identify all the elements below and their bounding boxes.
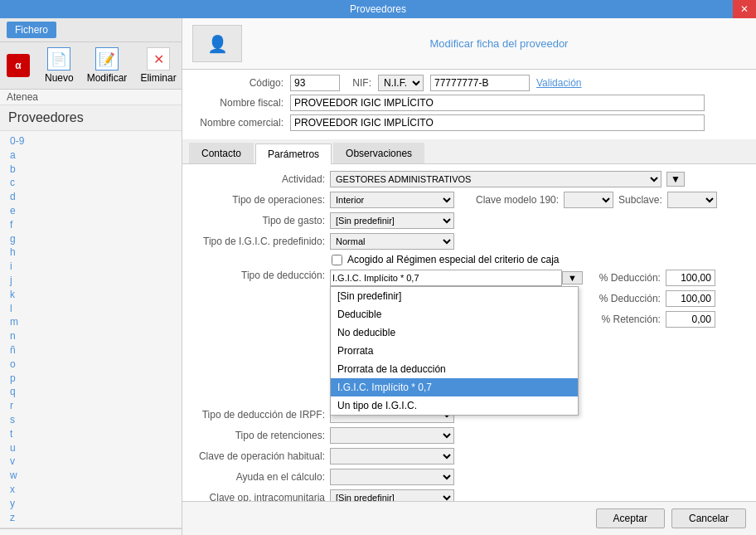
nombre-fiscal-row: Nombre fiscal: — [192, 95, 746, 111]
tipo-retenciones-row: Tipo de retenciones: — [192, 427, 746, 444]
tipo-igic-select[interactable]: Normal — [330, 233, 454, 250]
tipo-operaciones-select[interactable]: Interior — [330, 192, 454, 208]
tab-observaciones[interactable]: Observaciones — [333, 143, 424, 163]
dropdown-item-prorrata[interactable]: Prorrata — [331, 342, 578, 360]
eliminar-button[interactable]: ✕ Eliminar — [135, 46, 181, 85]
percent-deduccion-2-label: % Deducción: — [594, 293, 661, 304]
sidebar-scroll-arrow[interactable]: ◀ — [0, 528, 182, 535]
bottom-bar: Aceptar Cancelar — [182, 501, 756, 535]
tipo-igic-label: Tipo de I.G.I.C. predefinido: — [192, 236, 325, 247]
clave-operacion-label: Clave de operación habitual: — [192, 450, 325, 462]
ayuda-calculo-label: Ayuda en el cálculo: — [192, 471, 325, 483]
tipo-deduccion-container: ▼ [Sin predefinir] Deducible No deducibl… — [330, 270, 583, 286]
atenea-label: Atenea — [7, 91, 38, 103]
tipo-deduccion-irpf-label: Tipo de deducción de IRPF: — [192, 409, 325, 421]
content-area: 👤 Modificar ficha del proveedor Código: … — [182, 18, 756, 535]
tipo-deduccion-label: Tipo de deducción: — [192, 270, 325, 281]
percent-deduccion-2-row: % Deducción: — [594, 290, 715, 307]
nif-input[interactable] — [430, 75, 530, 91]
percent-deduccion-1-row: % Deducción: — [594, 270, 715, 286]
nombre-comercial-input[interactable] — [290, 114, 705, 131]
clave-intracomunitaria-select[interactable]: [Sin predefinir] — [330, 489, 454, 501]
codigo-row: Código: NIF: N.I.F. Validación — [192, 75, 746, 91]
tipo-operaciones-label: Tipo de operaciones: — [192, 194, 325, 206]
close-button[interactable]: ✕ — [733, 0, 756, 18]
dropdown-item-no-deducible[interactable]: No deducible — [331, 323, 578, 342]
alpha-nav[interactable]: 0-9 a b c d e f g h i j k l m n ñ o p q … — [3, 133, 31, 526]
sidebar: Fichero α 📄 Nuevo 📝 Modificar ✕ Eliminar… — [0, 18, 182, 535]
sidebar-title: Proveedores — [0, 105, 182, 131]
ayuda-calculo-select[interactable] — [330, 469, 454, 485]
percent-retencion-label: % Retención: — [594, 314, 661, 325]
nombre-comercial-label: Nombre comercial: — [192, 117, 284, 129]
dropdown-item-igic-implicito[interactable]: I.G.I.C. Implícito * 0,7 — [331, 378, 578, 396]
nif-label: NIF: — [346, 77, 371, 89]
subclave-label: Subclave: — [618, 194, 662, 206]
window-title: Proveedores — [350, 3, 406, 15]
nombre-comercial-row: Nombre comercial: — [192, 114, 746, 131]
dropdown-item-sin-predefinir[interactable]: [Sin predefinir] — [331, 287, 578, 305]
provider-icon: 👤 — [192, 25, 242, 62]
tab-contacto[interactable]: Contacto — [189, 143, 254, 163]
percent-panel: % Deducción: % Deducción: % Retención: — [594, 270, 715, 328]
tipo-igic-row: Tipo de I.G.I.C. predefinido: Normal — [192, 233, 746, 250]
fichero-toolbar: Fichero — [0, 18, 182, 42]
actividad-row: Actividad: GESTORES ADMINISTRATIVOS ▼ — [192, 171, 746, 187]
codigo-input[interactable] — [290, 75, 340, 91]
acogido-row: Acogido al Régimen especial del criterio… — [192, 254, 746, 265]
percent-deduccion-2-input[interactable] — [666, 290, 715, 307]
tipo-retenciones-label: Tipo de retenciones: — [192, 430, 325, 441]
codigo-label: Código: — [192, 77, 284, 89]
dropdown-item-un-tipo[interactable]: Un tipo de I.G.I.C. — [331, 396, 578, 415]
clave-operacion-row: Clave de operación habitual: — [192, 448, 746, 464]
tabs: Contacto Parámetros Observaciones — [182, 140, 756, 164]
validation-link[interactable]: Validación — [536, 77, 581, 89]
actividad-label: Actividad: — [192, 173, 325, 185]
clave-modelo-select[interactable] — [564, 192, 613, 208]
subclave-select[interactable] — [667, 192, 717, 208]
tipo-operaciones-row: Tipo de operaciones: Interior Clave mode… — [192, 192, 746, 208]
parametros-tab-content: Actividad: GESTORES ADMINISTRATIVOS ▼ Ti… — [182, 164, 756, 501]
toolbar-actions: α 📄 Nuevo 📝 Modificar ✕ Eliminar Manteni… — [0, 42, 182, 90]
tipo-gasto-select[interactable]: [Sin predefinir] — [330, 212, 454, 229]
nombre-fiscal-input[interactable] — [290, 95, 705, 111]
percent-retencion-row: % Retención: — [594, 311, 715, 328]
percent-retencion-input[interactable] — [666, 311, 715, 328]
tipo-deduccion-dropdown-btn[interactable]: ▼ — [562, 271, 583, 285]
fichero-button[interactable]: Fichero — [7, 22, 56, 38]
clave-operacion-select[interactable] — [330, 448, 454, 464]
ayuda-calculo-row: Ayuda en el cálculo: — [192, 469, 746, 485]
percent-deduccion-1-label: % Deducción: — [594, 272, 661, 284]
eliminar-icon: ✕ — [147, 47, 170, 71]
tipo-deduccion-row: Tipo de deducción: ▼ [Sin predefinir] De… — [192, 270, 746, 328]
tab-parametros[interactable]: Parámetros — [255, 143, 332, 164]
content-header: 👤 Modificar ficha del proveedor — [182, 18, 756, 70]
clave-intracomunitaria-row: Clave op. intracomunitaria [Sin predefin… — [192, 489, 746, 501]
header-title: Modificar ficha del proveedor — [252, 37, 746, 50]
nombre-fiscal-label: Nombre fiscal: — [192, 97, 284, 109]
cancelar-button[interactable]: Cancelar — [671, 508, 746, 528]
actividad-dropdown-btn[interactable]: ▼ — [666, 172, 685, 187]
nif-type-select[interactable]: N.I.F. — [378, 75, 424, 91]
clave-intracomunitaria-label: Clave op. intracomunitaria — [192, 492, 325, 501]
clave-modelo-label: Clave modelo 190: — [476, 194, 559, 206]
dropdown-item-prorrata-deduccion[interactable]: Prorrata de la deducción — [331, 360, 578, 378]
nuevo-icon: 📄 — [47, 47, 70, 71]
actividad-select[interactable]: GESTORES ADMINISTRATIVOS — [330, 171, 662, 187]
tipo-gasto-row: Tipo de gasto: [Sin predefinir] — [192, 212, 746, 229]
atenea-logo: α — [7, 54, 30, 77]
percent-deduccion-1-input[interactable] — [666, 270, 715, 286]
acogido-checkbox[interactable] — [332, 255, 342, 265]
nuevo-button[interactable]: 📄 Nuevo — [40, 46, 79, 85]
title-bar: Proveedores ✕ — [0, 0, 756, 18]
tipo-deduccion-input[interactable] — [330, 270, 562, 286]
acogido-label: Acogido al Régimen especial del criterio… — [347, 254, 559, 265]
tipo-retenciones-select[interactable] — [330, 427, 454, 444]
modificar-icon: 📝 — [95, 47, 119, 71]
modificar-button[interactable]: 📝 Modificar — [82, 46, 133, 85]
tipo-deduccion-dropdown: [Sin predefinir] Deducible No deducible … — [330, 286, 579, 416]
form-section: Código: NIF: N.I.F. Validación Nombre fi… — [182, 70, 756, 140]
dropdown-item-deducible[interactable]: Deducible — [331, 305, 578, 323]
aceptar-button[interactable]: Aceptar — [596, 508, 665, 528]
tipo-gasto-label: Tipo de gasto: — [192, 215, 325, 226]
